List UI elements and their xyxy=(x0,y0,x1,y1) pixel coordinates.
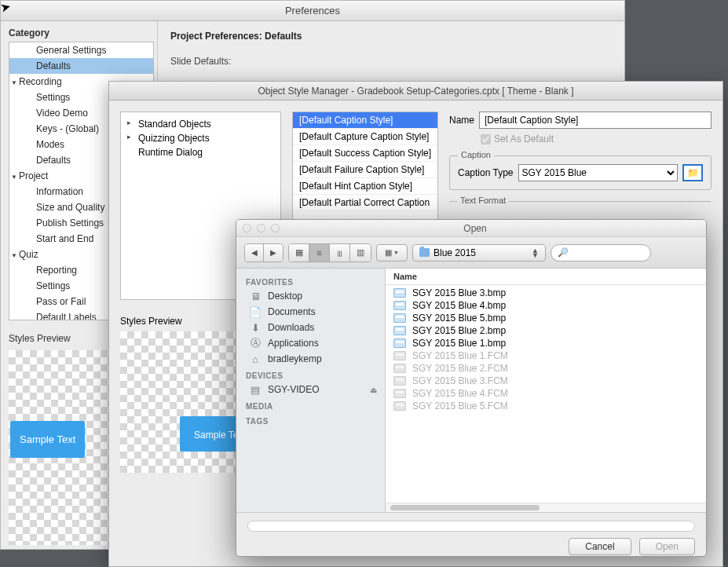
tree-defaults[interactable]: Defaults xyxy=(9,58,153,74)
file-row[interactable]: SGY 2015 Blue 2.bmp xyxy=(386,324,706,337)
sample-text-badge-left: Sample Text xyxy=(10,421,85,458)
open-sidebar: FAVORITES 🖥Desktop 📄Documents ⬇Downloads… xyxy=(236,269,386,512)
view-mode-buttons[interactable]: ▦ ≡ ⫼ ▥ xyxy=(288,243,371,262)
folder-icon xyxy=(419,248,430,257)
styles-preview-left: Sample Text xyxy=(9,350,111,545)
cancel-button[interactable]: Cancel xyxy=(569,538,631,555)
open-bottom-bar: Cancel Open xyxy=(236,512,706,557)
category-label: Category xyxy=(9,27,157,38)
style-hint-caption[interactable]: [Default Hint Caption Style] xyxy=(293,178,437,195)
project-prefs-title: Project Preferences: Defaults xyxy=(170,31,612,42)
sidebar-downloads[interactable]: ⬇Downloads xyxy=(236,320,385,335)
file-row: SGY 2015 Blue 2.FCM xyxy=(386,362,706,375)
applications-icon: Ⓐ xyxy=(249,338,262,349)
file-list: Name SGY 2015 Blue 3.bmp SGY 2015 Blue 4… xyxy=(386,269,706,512)
file-row[interactable]: SGY 2015 Blue 1.bmp xyxy=(386,337,706,349)
favorites-header: FAVORITES xyxy=(236,273,385,288)
bottom-scrollbar[interactable] xyxy=(247,521,695,532)
preferences-title: Preferences xyxy=(1,1,624,21)
name-column-header[interactable]: Name xyxy=(386,269,706,285)
style-partial-caption[interactable]: [Default Partial Correct Caption xyxy=(293,195,437,211)
sidebar-home[interactable]: ⌂bradleykemp xyxy=(236,351,385,367)
fcm-icon xyxy=(393,389,406,398)
icon-view-button[interactable]: ▦ xyxy=(289,244,309,262)
sidebar-documents[interactable]: 📄Documents xyxy=(236,304,385,320)
coverflow-view-button[interactable]: ▥ xyxy=(350,244,371,262)
set-as-default-checkbox xyxy=(481,134,491,144)
style-failure-caption[interactable]: [Default Failure Caption Style] xyxy=(293,162,437,178)
media-header: MEDIA xyxy=(236,397,385,412)
sidebar-desktop[interactable]: 🖥Desktop xyxy=(236,288,385,304)
browse-caption-button[interactable]: 📁 xyxy=(682,164,703,181)
obj-quizzing[interactable]: Quizzing Objects xyxy=(124,131,277,145)
documents-icon: 📄 xyxy=(249,306,262,317)
file-row[interactable]: SGY 2015 Blue 4.bmp xyxy=(386,299,706,312)
text-format-legend: Text Format xyxy=(457,196,509,205)
fcm-icon xyxy=(393,351,406,360)
open-toolbar: ◀ ▶ ▦ ≡ ⫼ ▥ ▦ ▼ Blue 2015 ▲▼ 🔍 xyxy=(236,237,706,269)
desktop-icon: 🖥 xyxy=(249,291,262,302)
caption-legend: Caption xyxy=(458,150,494,159)
path-name: Blue 2015 xyxy=(434,247,476,258)
column-view-button[interactable]: ⫼ xyxy=(330,244,350,262)
set-as-default-row: Set As Default xyxy=(481,134,712,144)
bmp-icon xyxy=(393,338,406,348)
name-label: Name xyxy=(449,115,474,126)
file-row[interactable]: SGY 2015 Blue 3.bmp xyxy=(386,287,706,299)
open-button[interactable]: Open xyxy=(639,538,695,555)
home-icon: ⌂ xyxy=(249,353,262,364)
search-icon: 🔍 xyxy=(558,247,569,258)
caption-fieldset: Caption Caption Type SGY 2015 Blue 📁 xyxy=(449,155,712,190)
open-dialog-title: Open xyxy=(251,223,700,234)
style-name-input[interactable] xyxy=(479,112,712,129)
slide-defaults-label: Slide Defaults: xyxy=(170,56,612,67)
bmp-icon xyxy=(393,313,406,323)
forward-button[interactable]: ▶ xyxy=(264,244,283,262)
caption-type-label: Caption Type xyxy=(458,167,514,178)
search-input[interactable]: 🔍 xyxy=(551,244,651,262)
file-row: SGY 2015 Blue 4.FCM xyxy=(386,387,706,400)
file-row[interactable]: SGY 2015 Blue 5.bmp xyxy=(386,312,706,324)
bmp-icon xyxy=(393,288,406,298)
style-capture-caption[interactable]: [Default Capture Caption Style] xyxy=(293,129,437,145)
osm-title: Object Style Manager - Gradebook Setup-C… xyxy=(109,82,723,101)
file-row: SGY 2015 Blue 1.FCM xyxy=(386,349,706,362)
file-row: SGY 2015 Blue 5.FCM xyxy=(386,400,706,412)
tags-header: TAGS xyxy=(236,412,385,427)
eject-icon[interactable]: ⏏ xyxy=(370,386,377,394)
open-file-dialog: Open ◀ ▶ ▦ ≡ ⫼ ▥ ▦ ▼ Blue 2015 ▲▼ 🔍 FAVO… xyxy=(236,219,707,557)
open-titlebar: Open xyxy=(236,220,706,237)
devices-header: DEVICES xyxy=(236,367,385,382)
nav-buttons[interactable]: ◀ ▶ xyxy=(244,243,284,262)
back-button[interactable]: ◀ xyxy=(245,244,264,262)
sidebar-sgy-video[interactable]: ▤SGY-VIDEO⏏ xyxy=(236,382,385,397)
set-as-default-label: Set As Default xyxy=(494,134,554,144)
sidebar-applications[interactable]: ⒶApplications xyxy=(236,335,385,351)
style-default-caption[interactable]: [Default Caption Style] xyxy=(293,112,437,129)
obj-runtime[interactable]: Runtime Dialog xyxy=(124,145,277,159)
folder-icon: 📁 xyxy=(687,167,699,178)
fcm-icon xyxy=(393,401,406,411)
caption-type-select[interactable]: SGY 2015 Blue xyxy=(518,164,679,181)
file-row: SGY 2015 Blue 3.FCM xyxy=(386,375,706,387)
style-success-caption[interactable]: [Default Success Caption Style] xyxy=(293,145,437,162)
bmp-icon xyxy=(393,326,406,335)
tree-general[interactable]: General Settings xyxy=(9,42,153,58)
list-view-button[interactable]: ≡ xyxy=(309,244,330,262)
drive-icon: ▤ xyxy=(249,384,262,395)
downloads-icon: ⬇ xyxy=(249,322,262,333)
obj-standard[interactable]: Standard Objects xyxy=(124,117,277,131)
bmp-icon xyxy=(393,301,406,310)
path-dropdown[interactable]: Blue 2015 ▲▼ xyxy=(412,244,546,262)
fcm-icon xyxy=(393,376,406,386)
horizontal-scrollbar[interactable] xyxy=(386,503,706,512)
fcm-icon xyxy=(393,364,406,373)
updown-icon: ▲▼ xyxy=(532,248,539,258)
arrange-button[interactable]: ▦ ▼ xyxy=(376,244,408,262)
